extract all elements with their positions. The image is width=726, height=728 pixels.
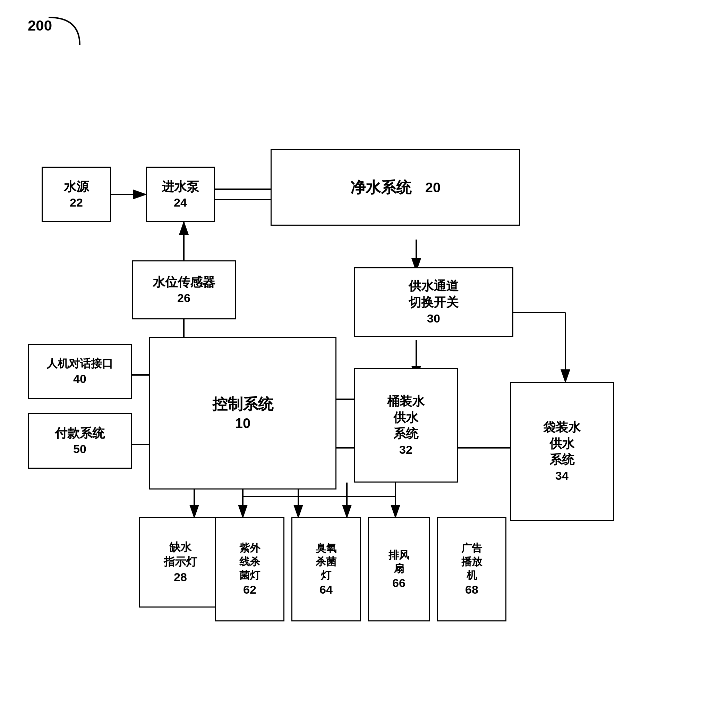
box-barrel-water: 桶装水 供水 系统 32 — [354, 368, 458, 483]
box-uv-lamp: 紫外 线杀 菌灯 62 — [215, 517, 284, 621]
box-ozone-lamp: 臭氧 杀菌 灯 64 — [291, 517, 361, 621]
box-purification: 净水系统 20 — [271, 149, 520, 226]
box-level-sensor: 水位传感器 26 — [132, 260, 236, 320]
box-bag-water: 袋装水 供水 系统 34 — [510, 382, 614, 521]
box-exhaust-fan: 排风 扇 66 — [368, 517, 430, 621]
box-water-switch: 供水通道 切换开关 30 — [354, 267, 513, 337]
box-payment: 付款系统 50 — [28, 413, 132, 469]
box-water-pump: 进水泵 24 — [146, 167, 215, 222]
box-water-indicator: 缺水 指示灯 28 — [139, 517, 222, 607]
box-ad-player: 广告 播放 机 68 — [437, 517, 506, 621]
box-control-system: 控制系统 10 — [149, 337, 337, 489]
box-hmi: 人机对话接口 40 — [28, 344, 132, 399]
box-water-source: 水源 22 — [42, 167, 111, 222]
diagram: 200 — [0, 0, 726, 728]
